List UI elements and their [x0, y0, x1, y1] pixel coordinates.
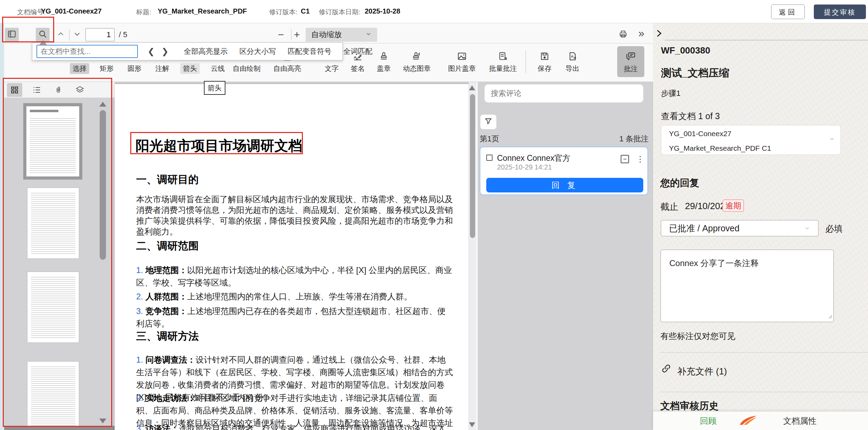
sidebar-scroll-up-icon[interactable]	[99, 102, 106, 107]
find-option-whole-words[interactable]: 全词匹配	[343, 47, 372, 56]
view-document-label: 查看文档 1 of 3	[661, 110, 720, 122]
back-button[interactable]: 返回	[771, 5, 805, 19]
tool-freehand-label: 自由绘制	[230, 63, 263, 74]
workflow-name: 测试_文档压缩	[661, 66, 729, 80]
tool-batch-annotate-label: 批量批注	[486, 63, 520, 74]
next-page-button[interactable]	[71, 29, 83, 40]
review-tab[interactable]: 回顾	[700, 415, 717, 427]
document-selector-card[interactable]: YG_001-Coneex27 YG_Market_Research_PDF C…	[661, 125, 841, 155]
comment-card[interactable]: Connex Connex官方 2025-10-29 14:21 − ⋮ 回 复	[480, 147, 648, 195]
submit-review-button[interactable]: 提交审核	[814, 5, 866, 19]
reply-note-textarea[interactable]: Connex 分享了一条注释	[660, 249, 834, 322]
divider	[660, 392, 868, 392]
review-history-heading: 文档审核历史	[660, 399, 719, 413]
chevron-down-icon	[829, 136, 835, 143]
document-scroll-down-icon[interactable]	[469, 422, 475, 427]
workflow-id: WF_000380	[661, 45, 710, 56]
doc-number-value: YG_001-Coneex27	[41, 7, 102, 15]
find-option-match-diacritics[interactable]: 匹配变音符号	[288, 47, 331, 56]
comment-page-label: 第1页	[480, 134, 499, 144]
zoom-in-button[interactable]: +	[294, 28, 300, 41]
comment-collapse-icon[interactable]: −	[621, 155, 629, 163]
search-icon	[38, 30, 47, 40]
page-thumbnail-4[interactable]	[27, 361, 79, 430]
comment-count-label: 1 条批注	[619, 134, 648, 144]
comments-toggle-button[interactable]: 批注	[617, 46, 644, 77]
page-thumbnail-2[interactable]	[27, 188, 79, 259]
comment-checkbox[interactable]	[486, 155, 493, 161]
tool-image-stamp[interactable]: 图片盖章	[441, 47, 483, 74]
sidebar-scroll-down-icon[interactable]	[99, 419, 106, 423]
sidebar-scrollbar-thumb[interactable]	[100, 110, 106, 260]
tool-note-label: 注解	[152, 63, 172, 74]
document-scrollbar-thumb[interactable]	[470, 94, 475, 238]
reply-button[interactable]: 回 复	[486, 178, 643, 192]
list-number: 3.	[136, 306, 143, 316]
find-input[interactable]	[36, 45, 138, 58]
export-label: 导出	[563, 63, 582, 74]
app-window: 文档编号: YG_001-Coneex27 标题: YG_Market_Rese…	[0, 0, 868, 430]
page-thumbnail-3[interactable]	[27, 272, 79, 343]
divider	[526, 51, 526, 73]
save-button[interactable]: 保存	[529, 47, 561, 74]
thumbnails-view-icon[interactable]	[7, 83, 22, 97]
comment-author: Connex Connex官方	[497, 153, 570, 164]
layers-view-icon[interactable]	[73, 83, 87, 97]
comment-search-input[interactable]	[485, 84, 643, 102]
tool-arrow-label: 箭头	[180, 63, 200, 74]
status-select[interactable]: 已批准 / Approved	[661, 220, 819, 237]
document-scroll-up-icon[interactable]	[469, 85, 475, 90]
thumbnail-content	[31, 275, 75, 339]
tool-stamp-label: 盖章	[374, 63, 394, 74]
zoom-mode-select[interactable]: 自动缩放	[306, 28, 377, 42]
overdue-badge: 逾期	[722, 199, 744, 212]
sidebar-toggle-button[interactable]	[5, 28, 19, 42]
supplementary-files-link[interactable]: 补充文件 (1)	[677, 365, 727, 378]
tool-rectangle-label: 矩形	[97, 63, 116, 74]
divider	[665, 40, 868, 40]
find-next-icon[interactable]: ❯	[158, 47, 172, 56]
attachment-link-icon	[661, 363, 671, 375]
find-option-highlight-all[interactable]: 全部高亮显示	[184, 47, 228, 56]
tool-select-label: 选择	[70, 63, 89, 74]
document-properties-tab[interactable]: 文档属性	[783, 415, 817, 427]
find-option-match-case[interactable]: 区分大小写	[239, 47, 276, 56]
comment-menu-icon[interactable]: ⋮	[636, 154, 644, 164]
tool-batch-annotate[interactable]: 批量批注	[482, 47, 524, 74]
outline-view-icon[interactable]	[30, 83, 44, 97]
list-number: 2.	[136, 292, 143, 301]
document-name: YG_Market_Research_PDF C1	[669, 144, 771, 152]
list-term: 问卷调查法：	[146, 355, 196, 364]
panel-collapse-chevron-icon[interactable]	[654, 28, 663, 40]
window-edge-strip	[0, 23, 4, 430]
zoom-mode-value: 自动缩放	[311, 30, 342, 40]
tool-cloud-label: 云线	[208, 63, 228, 74]
note-text: Connex 分享了一条注释	[669, 258, 759, 268]
print-button[interactable]	[617, 28, 630, 41]
divider	[69, 29, 69, 40]
title-value: YG_Market_Research_PDF	[158, 7, 247, 15]
find-popup: ❮ ❯ 全部高亮显示 区分大小写 匹配变音符号 全词匹配	[32, 42, 343, 60]
brand-logo-icon	[739, 415, 757, 427]
list-term: 实地走访法：	[146, 393, 196, 403]
zoom-out-button[interactable]: −	[278, 28, 284, 41]
previous-page-button[interactable]	[55, 29, 67, 40]
list-item: 3. 竞争范围：上述地理范围内已存在的各类超市，包括大型连锁超市、社区超市、便利…	[136, 305, 453, 330]
attachments-view-icon[interactable]	[51, 83, 65, 97]
find-toggle-button[interactable]	[36, 28, 50, 42]
printer-icon	[619, 30, 628, 40]
list-term: 人群范围：	[146, 292, 187, 301]
resize-handle-icon[interactable]	[827, 311, 832, 321]
find-previous-icon[interactable]: ❮	[144, 47, 158, 56]
more-tools-button[interactable]	[635, 28, 648, 41]
funnel-icon	[484, 117, 493, 127]
section-1-heading: 一、调研目的	[136, 173, 199, 187]
export-button[interactable]: P 导出	[556, 47, 588, 74]
batch-annotate-icon	[482, 47, 524, 61]
tool-dynamic-stamp[interactable]: 动态图章	[394, 47, 439, 74]
page-number-input[interactable]	[85, 28, 115, 41]
tool-circle-label: 圆形	[125, 63, 144, 74]
page-thumbnail-1[interactable]	[23, 103, 82, 180]
comment-filter-button[interactable]	[480, 115, 496, 129]
status-value: 已批准 / Approved	[669, 223, 739, 234]
